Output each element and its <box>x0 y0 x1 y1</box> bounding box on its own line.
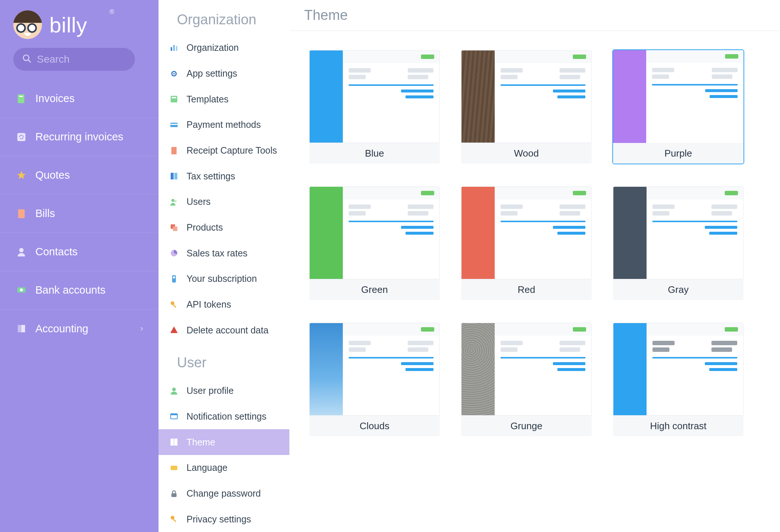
settings-item-label: App settings <box>187 68 237 79</box>
settings-item-theme[interactable]: Theme <box>159 429 289 455</box>
settings-item-api-tokens[interactable]: API tokens <box>159 292 289 318</box>
svg-point-7 <box>19 248 24 252</box>
svg-rect-11 <box>21 325 25 332</box>
theme-preview <box>461 50 592 143</box>
settings-item-label: User profile <box>187 385 234 396</box>
tax-icon <box>169 171 179 181</box>
search-icon <box>22 54 32 65</box>
theme-label: Grunge <box>461 416 592 436</box>
bars-icon <box>169 43 179 53</box>
product-icon <box>169 223 179 233</box>
book-icon <box>15 323 27 335</box>
svg-rect-22 <box>171 173 174 179</box>
svg-rect-13 <box>173 45 175 51</box>
theme-preview <box>461 186 592 279</box>
settings-item-label: Organization <box>187 42 239 53</box>
nav-item-accounting[interactable]: Accounting › <box>0 309 159 348</box>
theme-label: Red <box>461 279 592 300</box>
theme-option-green[interactable]: Green <box>309 186 441 301</box>
theme-label: Clouds <box>309 416 440 436</box>
svg-rect-42 <box>173 519 176 522</box>
nav-item-label: Accounting <box>35 323 88 335</box>
settings-item-app-settings[interactable]: App settings <box>159 61 289 87</box>
settings-item-label: Privacy settings <box>187 514 251 525</box>
settings-item-user-profile[interactable]: User profile <box>159 378 289 404</box>
trademark-icon: ® <box>109 8 114 16</box>
theme-option-grunge[interactable]: Grunge <box>460 322 592 437</box>
settings-item-language[interactable]: Language <box>159 455 289 481</box>
search-input[interactable] <box>37 53 169 65</box>
nav-item-quotes[interactable]: Quotes <box>0 156 159 195</box>
settings-item-payment-methods[interactable]: Payment methods <box>159 112 289 138</box>
nav-item-bank-accounts[interactable]: Bank accounts <box>0 271 159 309</box>
theme-preview <box>309 186 440 279</box>
key-icon <box>169 514 179 524</box>
settings-item-label: Templates <box>187 94 229 105</box>
nav-item-label: Bills <box>35 207 55 220</box>
theme-option-blue[interactable]: Blue <box>309 49 441 164</box>
theme-preview <box>613 50 744 143</box>
theme-option-wood[interactable]: Wood <box>460 49 592 164</box>
settings-item-products[interactable]: Products <box>159 215 289 241</box>
bank-icon <box>15 284 27 296</box>
svg-rect-40 <box>171 493 177 497</box>
svg-marker-5 <box>17 171 26 179</box>
lock-icon <box>169 489 179 499</box>
settings-item-privacy-settings[interactable]: Privacy settings <box>159 506 289 532</box>
nav-item-bills[interactable]: Bills <box>0 195 159 233</box>
theme-option-clouds[interactable]: Clouds <box>309 322 441 437</box>
settings-item-organization[interactable]: Organization <box>159 35 289 61</box>
settings-item-delete-account-data[interactable]: Delete account data <box>159 317 289 343</box>
nav-item-invoices[interactable]: Invoices <box>0 80 159 118</box>
settings-item-users[interactable]: Users <box>159 189 289 215</box>
brand[interactable]: billy ® <box>0 0 159 44</box>
theme-label: Green <box>309 279 440 300</box>
svg-rect-12 <box>171 47 172 51</box>
settings-item-templates[interactable]: Templates <box>159 86 289 112</box>
svg-rect-10 <box>18 325 21 332</box>
nav-item-contacts[interactable]: Contacts <box>0 233 159 271</box>
settings-item-tax-settings[interactable]: Tax settings <box>159 163 289 189</box>
content-area: Theme Blue <box>289 0 780 532</box>
template-icon <box>169 94 179 104</box>
svg-point-34 <box>172 388 176 391</box>
card-icon <box>169 120 179 130</box>
content-header: Theme <box>289 0 780 31</box>
svg-point-25 <box>174 200 177 202</box>
settings-item-label: API tokens <box>187 299 231 310</box>
svg-rect-21 <box>171 147 177 154</box>
theme-preview <box>613 186 744 279</box>
nav-item-label: Bank accounts <box>35 284 105 296</box>
brand-name: billy <box>49 13 87 37</box>
contact-icon <box>15 246 27 258</box>
theme-preview <box>461 323 592 416</box>
search-field[interactable] <box>13 48 135 71</box>
theme-option-high-contrast[interactable]: High contrast <box>612 322 744 437</box>
settings-item-change-password[interactable]: Change password <box>159 481 289 507</box>
settings-item-sales-tax-rates[interactable]: Sales tax rates <box>159 240 289 266</box>
nav-item-recurring-invoices[interactable]: Recurring invoices <box>0 118 159 156</box>
theme-option-gray[interactable]: Gray <box>612 186 744 301</box>
settings-item-label: Sales tax rates <box>187 248 247 259</box>
settings-item-your-subscription[interactable]: Your subscription <box>159 266 289 292</box>
svg-point-30 <box>173 276 175 279</box>
theme-icon <box>169 437 179 447</box>
svg-rect-27 <box>173 227 177 231</box>
warn-icon <box>169 325 179 335</box>
settings-item-receipt-capture-tools[interactable]: Receipt Capture Tools <box>159 138 289 164</box>
theme-label: Gray <box>613 279 744 300</box>
theme-preview <box>309 323 440 416</box>
theme-option-purple[interactable]: Purple <box>612 49 744 164</box>
svg-rect-36 <box>171 414 177 415</box>
svg-point-24 <box>171 199 174 202</box>
brand-avatar-icon <box>13 10 42 39</box>
primary-sidebar: billy ® Invoices Recurring invoices Quot… <box>0 0 159 532</box>
settings-item-label: Notification settings <box>187 411 267 422</box>
settings-item-notification-settings[interactable]: Notification settings <box>159 404 289 430</box>
invoice-icon <box>15 93 27 105</box>
svg-rect-32 <box>173 304 176 308</box>
theme-option-red[interactable]: Red <box>460 186 592 301</box>
pie-icon <box>169 248 179 258</box>
nav-item-label: Recurring invoices <box>35 131 123 143</box>
primary-nav-list: Invoices Recurring invoices Quotes Bills… <box>0 80 159 348</box>
